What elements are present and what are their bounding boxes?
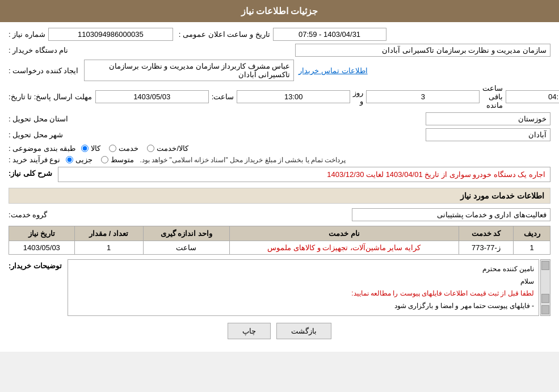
- service-group-label: گروه خدمت:: [9, 210, 47, 219]
- row-number: 1: [514, 241, 550, 255]
- service-date: 1403/05/03: [9, 241, 75, 255]
- process-label: نوع فرآیند خرید :: [9, 155, 60, 164]
- col-header-qty: تعداد / مقدار: [74, 226, 143, 241]
- table-row: 1 ز-77-773 کرایه سایر ماشین‌آلات، تجهیزا…: [9, 241, 550, 255]
- province-label: استان محل تحویل :: [9, 115, 68, 123]
- col-header-unit: واحد اندازه گیری: [143, 226, 229, 241]
- process-option-2-label: متوسط: [111, 155, 134, 164]
- creator-value: عباس مشرف کاربرداز سازمان مدیریت و نظارت…: [84, 60, 294, 81]
- category-option-1[interactable]: کالا: [81, 144, 100, 153]
- content-area: 1403/04/31 - 07:59 تاریخ و ساعت اعلان عم…: [0, 22, 559, 352]
- need-number-label: شماره نیاز :: [9, 30, 45, 39]
- services-table: ردیف کد خدمت نام خدمت واحد اندازه گیری ت…: [9, 226, 550, 255]
- back-button[interactable]: بازگشت: [276, 323, 331, 339]
- note-line-3: لطفا قبل از ثبت قیمت اطلاعات فایلهای پیو…: [73, 288, 534, 300]
- header-title: جزئیات اطلاعات نیاز: [241, 6, 318, 16]
- category-option-1-label: کالا: [91, 144, 100, 153]
- category-label: طبقه بندی موضوعی :: [9, 144, 75, 153]
- city-value: آبادان: [426, 128, 550, 141]
- process-option-2[interactable]: متوسط: [101, 155, 134, 164]
- note-line-1: نامین کننده محترم: [73, 263, 534, 276]
- service-name: کرایه سایر ماشین‌آلات، تجهیزات و کالاهای…: [229, 241, 459, 255]
- need-desc-label: شرح کلی نیاز:: [9, 167, 52, 178]
- creator-label: ایجاد کننده درخواست :: [9, 66, 78, 75]
- page-container: جزئیات اطلاعات نیاز 1403/04/31 - 07:59 ت…: [0, 0, 559, 352]
- reply-remaining-label: ساعت باقی مانده: [482, 84, 503, 109]
- reply-time-value: 13:00: [237, 90, 350, 103]
- print-button[interactable]: چاپ: [228, 323, 271, 339]
- contact-info-link[interactable]: اطلاعات تماس خریدار: [299, 66, 367, 75]
- process-desc: پرداخت تمام یا بخشی از مبلغ خریداز محل "…: [140, 156, 346, 164]
- col-header-name: نام خدمت: [229, 226, 459, 241]
- buyer-org-label: نام دستگاه خریدار :: [9, 46, 68, 54]
- reply-date-value: 1403/05/03: [95, 90, 209, 103]
- note-line-2: سلام: [73, 276, 534, 288]
- process-option-1[interactable]: جزیی: [66, 155, 93, 164]
- category-option-2-label: خدمت: [119, 144, 138, 153]
- note-line-4: - فایلهای پیوست حتما مهر و امضا و بارگزا…: [73, 300, 534, 313]
- service-unit: ساعت: [143, 241, 229, 255]
- service-code: ز-77-773: [459, 241, 514, 255]
- category-option-2[interactable]: خدمت: [109, 144, 138, 153]
- buttons-row: بازگشت چاپ: [9, 323, 550, 339]
- services-section-title: اطلاعات خدمات مورد نیاز: [9, 188, 550, 204]
- col-header-row: ردیف: [514, 226, 550, 241]
- need-number-value: 1103094986000035: [48, 28, 173, 41]
- reply-days-value: 3: [366, 90, 480, 103]
- service-group-value: فعالیت‌های اداری و خدمات پشتیبانی: [352, 208, 550, 221]
- category-option-3[interactable]: کالا/خدمت: [147, 144, 188, 153]
- reply-deadline-label: مهلت ارسال پاسخ: تا تاریخ:: [9, 92, 92, 101]
- date-announce-label: تاریخ و ساعت اعلان عمومی :: [179, 30, 270, 39]
- buyer-notes-label: توضیحات خریدار:: [9, 259, 62, 270]
- reply-day-label: روز و: [353, 88, 363, 106]
- service-qty: 1: [74, 241, 143, 255]
- process-option-1-label: جزیی: [75, 155, 93, 164]
- buyer-org-value: سازمان مدیریت و نظارت برسازمان تاکسیرانی…: [295, 44, 550, 57]
- province-value: خوزستان: [426, 112, 550, 125]
- need-desc-value: اجاره یک دستگاه خودرو سواری از تاریخ 140…: [58, 167, 550, 182]
- col-header-code: کد خدمت: [459, 226, 514, 241]
- page-header: جزئیات اطلاعات نیاز: [0, 0, 559, 22]
- reply-remaining-value: 04:17:16: [506, 90, 559, 103]
- category-option-3-label: کالا/خدمت: [157, 144, 188, 153]
- date-announce-value: 1403/04/31 - 07:59: [273, 28, 386, 41]
- col-header-date: تاریخ نیاز: [9, 226, 75, 241]
- city-label: شهر محل تحویل :: [9, 130, 63, 139]
- reply-time-label: ساعت:: [212, 92, 234, 101]
- buyer-notes-box: نامین کننده محترم سلام لطفا قبل از ثبت ق…: [68, 259, 539, 316]
